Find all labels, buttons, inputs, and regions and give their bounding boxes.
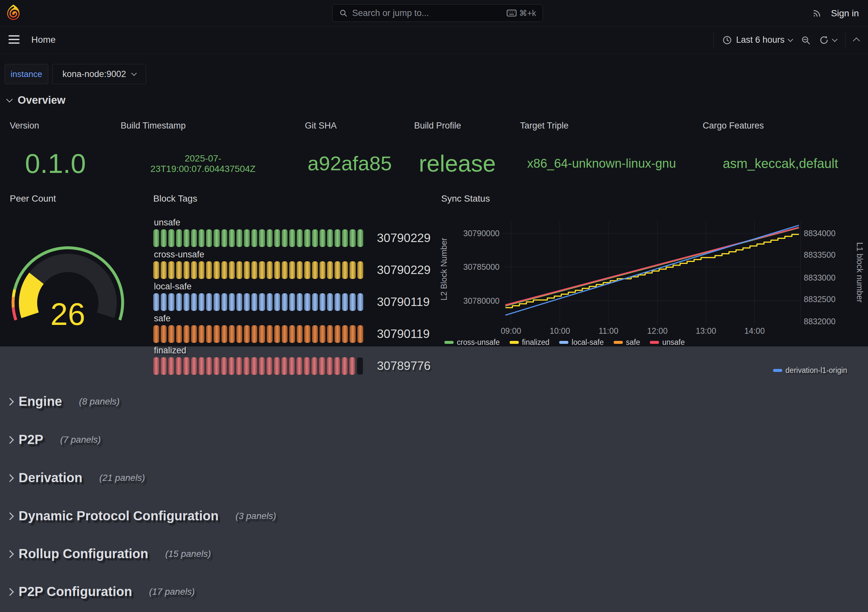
dashboard-row-derivation[interactable]: Derivation(21 panels) — [7, 471, 145, 485]
svg-text:10:00: 10:00 — [550, 326, 570, 336]
stats-row: Version0.1.0Build Timestamp2025-07-23T19… — [0, 117, 868, 193]
dashboard-row-rollup-configuration[interactable]: Rollup Configuration(15 panels) — [7, 547, 211, 561]
led-segment — [304, 293, 310, 311]
chevron-right-icon — [6, 474, 14, 482]
legend-item-local-safe[interactable]: local-safe — [559, 338, 604, 347]
led-segment — [229, 261, 235, 279]
led-segment — [206, 261, 212, 279]
panel-title-peer-count[interactable]: Peer Count — [10, 193, 56, 204]
dashboard-row-engine[interactable]: Engine(8 panels) — [7, 394, 120, 409]
led-segment — [357, 325, 363, 343]
legend-item-safe[interactable]: safe — [614, 338, 640, 347]
led-segment — [244, 261, 250, 279]
led-segment — [229, 229, 235, 247]
legend-item-cross-unsafe[interactable]: cross-unsafe — [445, 338, 500, 347]
led-segment — [176, 229, 182, 247]
stat-label: Build Timestamp — [121, 121, 186, 131]
chevron-right-icon — [6, 436, 14, 444]
row-panel-count: (8 panels) — [79, 396, 120, 407]
led-segment — [184, 229, 189, 247]
legend-item-finalized[interactable]: finalized — [510, 338, 549, 347]
search-placeholder: Search or jump to... — [352, 8, 502, 18]
dashboard-row-dynamic-protocol-configuration[interactable]: Dynamic Protocol Configuration(3 panels) — [7, 509, 276, 523]
led-segment — [176, 293, 182, 311]
row-title: Engine — [19, 394, 62, 409]
led-segment — [229, 293, 235, 311]
led-segment — [281, 357, 287, 375]
chevron-right-icon — [6, 512, 14, 520]
row-overview[interactable]: Overview — [7, 94, 65, 106]
block-tag-label: safe — [154, 314, 170, 324]
svg-text:14:00: 14:00 — [744, 326, 765, 336]
led-segment — [312, 293, 318, 311]
derivation-l1-origin-legend: derivation-l1-origin — [773, 365, 847, 375]
stat-panel-cargo-features: Cargo Featuresasm_keccak,default — [693, 117, 868, 193]
variable-value-dropdown[interactable]: kona-node:9002 — [52, 64, 146, 84]
block-tag-led-bar — [153, 325, 363, 343]
sync-status-chart: 3079000030785000307800008834000883350088… — [440, 189, 868, 343]
led-segment — [184, 325, 189, 343]
legend-item[interactable]: derivation-l1-origin — [773, 366, 847, 375]
led-segment — [183, 357, 189, 375]
row-title: Derivation — [19, 471, 82, 485]
menu-icon[interactable] — [8, 35, 20, 46]
chevron-right-icon — [6, 588, 14, 596]
led-segment — [222, 229, 227, 247]
rss-icon[interactable] — [812, 8, 822, 18]
breadcrumb-home[interactable]: Home — [31, 34, 56, 45]
stat-panel-version: Version0.1.0 — [0, 117, 111, 193]
svg-text:13:00: 13:00 — [696, 326, 716, 336]
led-segment — [289, 229, 295, 247]
led-segment — [335, 293, 340, 311]
led-segment — [267, 229, 273, 247]
sign-in-button[interactable]: Sign in — [831, 8, 859, 19]
led-segment — [153, 229, 159, 247]
row-title-overview: Overview — [18, 94, 65, 106]
dashboard-row-p2p[interactable]: P2P(7 panels) — [7, 432, 101, 447]
led-segment — [297, 261, 302, 279]
zoom-out-icon[interactable] — [801, 35, 811, 45]
stat-value: 0.1.0 — [0, 134, 111, 193]
led-segment — [236, 325, 242, 343]
row-title: P2P — [19, 432, 43, 447]
svg-text:30785000: 30785000 — [463, 262, 499, 272]
grafana-logo[interactable] — [6, 4, 21, 22]
led-segment — [327, 261, 333, 279]
led-segment — [251, 325, 257, 343]
chevron-right-icon — [6, 398, 14, 405]
dashboard-row-p2p-configuration[interactable]: P2P Configuration(17 panels) — [7, 584, 195, 599]
led-segment — [267, 293, 273, 311]
stat-value-text: x86_64-unknown-linux-gnu — [527, 157, 676, 171]
led-segment — [259, 293, 265, 311]
time-range-label: Last 6 hours — [736, 35, 784, 45]
chevron-up-icon[interactable] — [853, 37, 860, 44]
chevron-down-icon — [832, 36, 838, 42]
led-segment — [153, 357, 159, 375]
led-segment — [274, 293, 280, 311]
variable-label-instance[interactable]: instance — [5, 64, 48, 84]
led-segment — [161, 229, 167, 247]
legend-label: cross-unsafe — [457, 338, 500, 347]
led-segment — [168, 261, 174, 279]
legend-label: unsafe — [662, 338, 685, 347]
led-segment — [319, 325, 326, 343]
refresh-picker[interactable] — [819, 35, 837, 45]
led-segment — [259, 261, 265, 279]
led-segment — [304, 357, 310, 375]
led-segment — [184, 293, 189, 311]
top-nav: Search or jump to... ⌘+k Sign in — [0, 0, 868, 27]
led-segment — [153, 293, 159, 311]
led-segment — [251, 357, 257, 375]
led-segment — [206, 325, 212, 343]
legend-item-unsafe[interactable]: unsafe — [650, 338, 685, 347]
led-segment — [191, 293, 197, 311]
panel-title-block-tags[interactable]: Block Tags — [153, 193, 197, 204]
block-tag-led-bar — [153, 357, 363, 375]
sync-status-legend: cross-unsafefinalizedlocal-safesafeunsaf… — [445, 337, 685, 347]
search-input[interactable]: Search or jump to... ⌘+k — [332, 4, 543, 22]
led-segment — [206, 229, 212, 247]
stat-value-text: asm_keccak,default — [723, 156, 839, 171]
time-range-picker[interactable]: Last 6 hours — [722, 35, 792, 45]
block-tag-value: 30790119 — [377, 293, 430, 311]
led-segment — [244, 229, 250, 247]
